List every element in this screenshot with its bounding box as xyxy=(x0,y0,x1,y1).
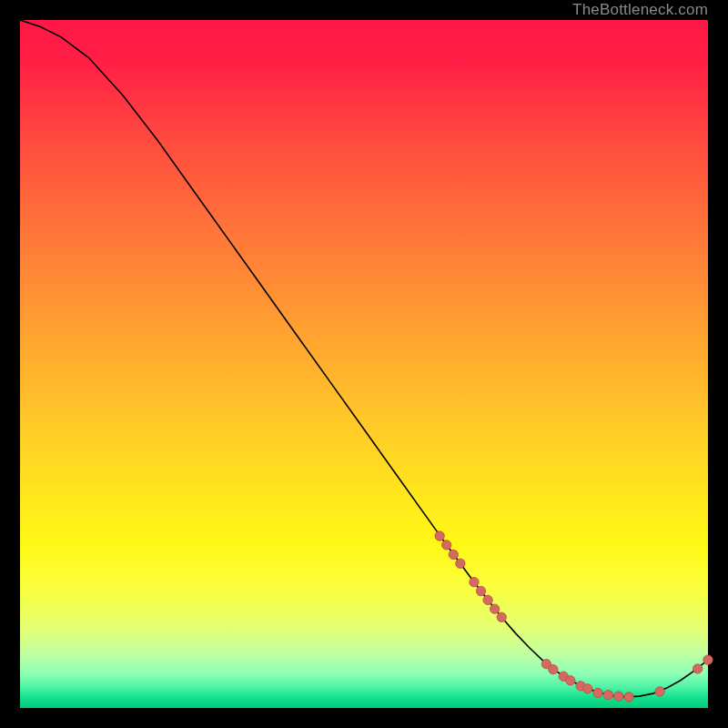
data-marker xyxy=(693,664,702,673)
watermark-text: TheBottleneck.com xyxy=(572,0,708,20)
data-marker xyxy=(456,559,465,568)
data-marker xyxy=(593,688,602,697)
data-marker xyxy=(449,550,458,559)
data-marker xyxy=(483,595,492,604)
chart-frame: TheBottleneck.com xyxy=(0,0,728,728)
data-marker xyxy=(566,676,575,685)
data-marker xyxy=(497,612,506,622)
markers-group xyxy=(435,531,713,702)
data-marker xyxy=(476,586,485,595)
data-marker xyxy=(655,687,664,696)
curve-layer xyxy=(20,20,708,708)
bottleneck-curve xyxy=(20,20,708,697)
data-marker xyxy=(583,684,592,693)
data-marker xyxy=(703,655,713,664)
data-marker xyxy=(442,541,451,550)
data-marker xyxy=(624,693,633,702)
data-marker xyxy=(470,577,479,586)
data-marker xyxy=(490,604,499,613)
data-marker xyxy=(614,692,623,701)
data-marker xyxy=(603,690,612,699)
plot-area xyxy=(20,20,708,708)
data-marker xyxy=(435,531,444,541)
data-marker xyxy=(549,664,558,673)
